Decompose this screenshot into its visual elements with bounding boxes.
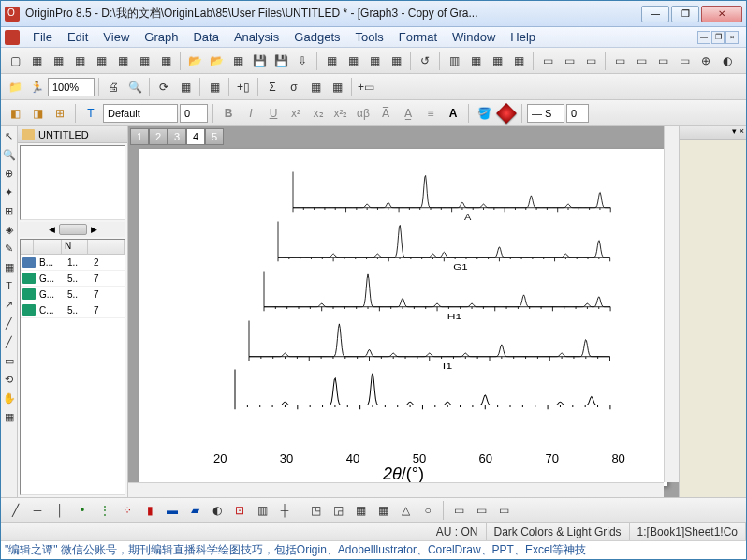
menu-window[interactable]: Window	[445, 28, 503, 46]
template3-button[interactable]: ▭	[493, 500, 514, 521]
new-notes-button[interactable]: ▦	[134, 51, 154, 71]
layer-tab-3[interactable]: 3	[168, 128, 186, 145]
text-tool-button[interactable]: T	[81, 103, 101, 124]
template2-button[interactable]: ▭	[471, 500, 491, 521]
hline-plot-button[interactable]: ─	[27, 500, 48, 521]
layout1-button[interactable]: ▥	[444, 51, 464, 71]
box-button[interactable]: ⊡	[229, 500, 250, 521]
stats3-button[interactable]: ▦	[305, 77, 326, 97]
line-color-button[interactable]	[496, 103, 517, 124]
rect-tool-icon[interactable]: ▭	[2, 353, 17, 368]
menu-help[interactable]: Help	[503, 28, 543, 46]
list-item[interactable]: G...5..7	[21, 287, 124, 302]
spectrum-layer[interactable]: I1	[249, 319, 610, 371]
mdi-minimize-button[interactable]: ―	[697, 31, 710, 44]
new-function-button[interactable]: ▦	[155, 51, 176, 71]
batch-button[interactable]: ▦	[386, 51, 406, 71]
menu-edit[interactable]: Edit	[60, 28, 95, 46]
increase-font-button[interactable]: A̅	[375, 103, 396, 124]
close-button[interactable]: ✕	[701, 6, 742, 22]
vline-plot-button[interactable]: │	[50, 500, 70, 521]
import-wizard-button[interactable]: ▦	[321, 51, 342, 71]
recalc-button[interactable]: ⟳	[154, 77, 174, 97]
menu-data[interactable]: Data	[185, 28, 226, 46]
maximize-button[interactable]: ❐	[671, 6, 699, 22]
axis-button[interactable]: ⊞	[50, 103, 70, 124]
spectrum-layer[interactable]: H1	[264, 270, 610, 321]
menu-graph[interactable]: Graph	[137, 28, 185, 46]
italic-button[interactable]: I	[241, 103, 261, 124]
project-explorer-button[interactable]: 📁	[5, 77, 25, 97]
plot-details-button[interactable]: ◨	[27, 103, 48, 124]
open-template-button[interactable]: 📂	[206, 51, 227, 71]
hist-button[interactable]: ▥	[252, 500, 272, 521]
zoom-combo[interactable]: 100%	[48, 78, 95, 96]
ternary-button[interactable]: △	[395, 500, 416, 521]
add-right-button[interactable]: ▭	[631, 51, 652, 71]
layer-tab-5[interactable]: 5	[205, 128, 224, 145]
menu-gadgets[interactable]: Gadgets	[286, 28, 347, 46]
menu-format[interactable]: Format	[391, 28, 445, 46]
line-style-combo[interactable]: — S	[527, 104, 564, 123]
spectrum-layer[interactable]: G1	[278, 220, 610, 272]
import-single-button[interactable]: ▦	[343, 51, 363, 71]
bar-button[interactable]: ▮	[139, 500, 160, 521]
fill-color-button[interactable]: 🪣	[474, 103, 494, 124]
layer-props-button[interactable]: ◧	[5, 103, 25, 124]
duplicate-button[interactable]: ▭	[580, 51, 601, 71]
template-button[interactable]: ▭	[448, 500, 469, 521]
font-combo[interactable]: Default	[103, 104, 178, 123]
save-button[interactable]: 💾	[249, 51, 270, 71]
stock-button[interactable]: ┼	[274, 500, 295, 521]
list-item[interactable]: G...5..7	[21, 271, 124, 287]
font-color-button[interactable]: A	[443, 103, 463, 124]
project-tree[interactable]	[20, 145, 125, 220]
scroll-thumb[interactable]	[59, 224, 87, 235]
spectrum-layer[interactable]: A	[293, 170, 610, 222]
spectrum-layer[interactable]	[235, 368, 610, 420]
print-preview-button[interactable]: 🔍	[124, 77, 145, 97]
menu-tools[interactable]: Tools	[348, 28, 391, 46]
list-item[interactable]: B...1..2	[21, 255, 124, 271]
column-button[interactable]: ▬	[162, 500, 183, 521]
menu-analysis[interactable]: Analysis	[227, 28, 286, 46]
menu-view[interactable]: View	[95, 28, 137, 46]
pie-button[interactable]: ◐	[207, 500, 227, 521]
decrease-font-button[interactable]: A̲	[398, 103, 418, 124]
region-tool-icon[interactable]: ▦	[2, 259, 17, 274]
pointer-tool-icon[interactable]: ↖	[2, 128, 17, 143]
zoom-tool-icon[interactable]: 🔍	[2, 147, 17, 162]
antialiasing-button[interactable]: ◐	[717, 51, 738, 71]
add-top-button[interactable]: ▭	[609, 51, 630, 71]
line-tool-icon[interactable]: ╱	[2, 316, 17, 331]
stats-button[interactable]: Σ	[262, 77, 283, 97]
layout4-button[interactable]: ▦	[508, 51, 529, 71]
line-plot-button[interactable]: ╱	[5, 500, 25, 521]
line-width-combo[interactable]: 0	[566, 104, 589, 123]
polar-button[interactable]: ○	[417, 500, 438, 521]
new-excel-button[interactable]: ▦	[48, 51, 68, 71]
add-inset2-button[interactable]: ▭	[674, 51, 695, 71]
contour-button[interactable]: ◳	[305, 500, 326, 521]
print-button[interactable]: 🖨	[103, 77, 124, 97]
scatter-plot-button[interactable]: •	[72, 500, 93, 521]
open-excel-button[interactable]: ▦	[227, 51, 248, 71]
pan-tool-icon[interactable]: ✋	[2, 391, 17, 405]
font-size-combo[interactable]: 0	[180, 104, 208, 123]
code-builder-button[interactable]: ▦	[175, 77, 196, 97]
surface-button[interactable]: ▦	[350, 500, 371, 521]
layout3-button[interactable]: ▦	[487, 51, 507, 71]
superscript-button[interactable]: x²	[286, 103, 306, 124]
align-button[interactable]: ≡	[420, 103, 441, 124]
save-template-button[interactable]: 💾	[271, 51, 291, 71]
stats2-button[interactable]: σ	[284, 77, 304, 97]
3d-button[interactable]: ◲	[328, 500, 348, 521]
mdi-restore-button[interactable]: ❐	[711, 31, 725, 44]
layer-tab-2[interactable]: 2	[149, 128, 168, 145]
line2-tool-icon[interactable]: ╱	[2, 334, 17, 349]
layout2-button[interactable]: ▦	[465, 51, 486, 71]
add-column-button[interactable]: +▯	[233, 77, 254, 97]
results-log-button[interactable]: 🏃	[26, 77, 47, 97]
mdi-close-button[interactable]: ×	[725, 31, 739, 44]
greek-button[interactable]: αβ	[353, 103, 374, 124]
